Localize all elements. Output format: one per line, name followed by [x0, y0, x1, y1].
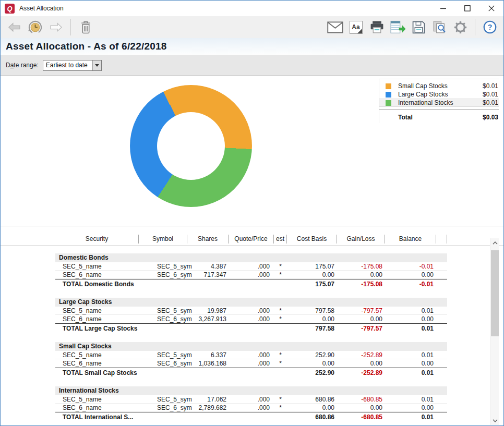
export-spreadsheet-icon [390, 20, 406, 34]
forward-button[interactable] [45, 18, 66, 36]
cell-gain: 0.00 [337, 271, 385, 278]
table-section: Small Cap StocksSEC_5_nameSEC_5_sym6.337… [55, 342, 447, 377]
toolbar-separator [475, 19, 475, 35]
font-size-button[interactable]: Aa [345, 18, 366, 36]
vertical-scrollbar[interactable] [490, 238, 499, 425]
preview-pages-icon [432, 20, 447, 34]
section-header: Domestic Bonds [55, 253, 447, 262]
legend-item-label: Small Cap Stocks [398, 82, 483, 90]
table-row[interactable]: SEC_6_nameSEC_6_sym3,267.913.000*0.000.0… [55, 315, 447, 323]
toolbar-separator [70, 19, 71, 35]
total-label: TOTAL Small Cap Stocks [55, 369, 287, 376]
cell-balance: 0.00 [385, 404, 436, 411]
legend-swatch [386, 92, 391, 98]
window-controls [431, 1, 503, 16]
legend-item-label: Large Cap Stocks [398, 91, 483, 98]
svg-text:?: ? [488, 23, 493, 31]
scroll-down-button[interactable] [490, 416, 499, 425]
cell-symbol: SEC_6_sym [139, 315, 187, 323]
export-button[interactable] [387, 18, 408, 36]
scrollbar-thumb[interactable] [491, 250, 499, 336]
cell-quote: .000 [229, 360, 274, 367]
table-header: SecuritySymbolSharesQuote/PriceestCost B… [1, 226, 503, 246]
dropdown-button[interactable] [92, 60, 101, 70]
column-header-quote: Quote/Price [229, 235, 274, 244]
cell-gain: 0.00 [337, 360, 385, 367]
history-clock-icon [28, 20, 43, 35]
chart-area: Small Cap Stocks$0.01Large Cap Stocks$0.… [1, 76, 503, 226]
envelope-icon [327, 21, 343, 33]
chevron-down-icon [493, 419, 498, 422]
printer-icon [369, 20, 385, 34]
cell-shares: 3,267.913 [187, 315, 229, 323]
table-row[interactable]: SEC_5_nameSEC_5_sym19.987.000*797.58-797… [55, 307, 447, 315]
print-button[interactable] [366, 18, 387, 36]
history-button[interactable] [25, 18, 45, 36]
legend-separator [379, 109, 499, 110]
back-button[interactable] [4, 18, 25, 36]
maximize-button[interactable] [455, 1, 479, 16]
toolbar: Aa [1, 16, 503, 38]
cell-shares: 717.347 [187, 271, 229, 278]
total-cost: 680.86 [287, 413, 337, 421]
cell-quote: .000 [229, 263, 274, 270]
cell-cost: 0.00 [287, 315, 337, 323]
help-button[interactable]: ? [479, 18, 500, 36]
cell-gain: -175.08 [337, 263, 385, 270]
scroll-up-button[interactable] [490, 238, 499, 247]
cell-quote: .000 [229, 307, 274, 314]
legend-item-label: International Stocks [398, 99, 483, 106]
cell-security: SEC_5_name [55, 263, 139, 270]
total-gain: -680.85 [337, 413, 385, 421]
table-row[interactable]: SEC_6_nameSEC_6_sym717.347.000*0.000.000… [55, 271, 447, 279]
column-header-balance: Balance [385, 235, 436, 244]
print-preview-button[interactable] [429, 18, 450, 36]
table-section: Large Cap StocksSEC_5_nameSEC_5_sym19.98… [55, 298, 447, 333]
cell-balance: 0.00 [385, 271, 436, 278]
cell-symbol: SEC_5_sym [139, 396, 187, 403]
table-row[interactable]: SEC_5_nameSEC_5_sym17.062.000*680.86-680… [55, 395, 447, 404]
legend-item-value: $0.01 [483, 82, 498, 90]
total-balance: 0.01 [385, 325, 436, 332]
font-size-icon: Aa [350, 21, 363, 34]
table-row[interactable]: SEC_6_nameSEC_6_sym1,036.168.000*0.000.0… [55, 359, 447, 368]
page-title: Asset Allocation - As of 6/22/2018 [6, 41, 166, 52]
date-range-select[interactable]: Earliest to date [43, 60, 102, 71]
legend-item[interactable]: International Stocks$0.01 [379, 99, 499, 107]
cell-symbol: SEC_5_sym [139, 307, 187, 314]
forward-arrow-icon [50, 22, 63, 33]
legend-item[interactable]: Small Cap Stocks$0.01 [379, 82, 499, 90]
total-label: TOTAL International S... [55, 413, 287, 421]
table-body: Domestic BondsSEC_5_nameSEC_5_sym4.387.0… [1, 246, 503, 425]
legend-total-row: Total $0.03 [379, 112, 499, 123]
cell-cost: 797.58 [287, 307, 337, 314]
cell-symbol: SEC_6_sym [139, 404, 187, 411]
legend-item[interactable]: Large Cap Stocks$0.01 [379, 90, 499, 99]
table-row[interactable]: SEC_5_nameSEC_5_sym6.337.000*252.90-252.… [55, 351, 447, 359]
close-button[interactable] [479, 1, 503, 16]
column-header-security: Security [55, 235, 139, 244]
save-button[interactable] [408, 18, 429, 36]
chevron-down-icon [95, 64, 99, 67]
delete-button[interactable] [75, 18, 96, 36]
cell-security: SEC_6_name [55, 315, 139, 323]
asset-allocation-donut-chart[interactable] [130, 85, 252, 207]
total-balance: 0.01 [385, 413, 436, 421]
legend-total-value: $0.03 [483, 114, 498, 121]
cell-symbol: SEC_6_sym [139, 360, 187, 367]
legend-total-label: Total [398, 114, 483, 121]
settings-button[interactable] [450, 18, 471, 36]
window-title: Asset Allocation [19, 5, 64, 12]
table-row[interactable]: SEC_5_nameSEC_5_sym4.387.000*175.07-175.… [55, 262, 447, 271]
cell-est: * [274, 396, 287, 403]
table-row[interactable]: SEC_6_nameSEC_6_sym2,789.682.000*0.000.0… [55, 404, 447, 412]
total-cost: 797.58 [287, 325, 337, 332]
maximize-icon [464, 5, 471, 11]
help-icon: ? [483, 20, 497, 34]
total-label: TOTAL Domestic Bonds [55, 281, 287, 288]
cell-cost: 252.90 [287, 351, 337, 359]
cell-balance: -0.01 [385, 263, 436, 270]
cell-est: * [274, 307, 287, 314]
minimize-button[interactable] [431, 1, 455, 16]
email-report-button[interactable] [325, 18, 345, 36]
